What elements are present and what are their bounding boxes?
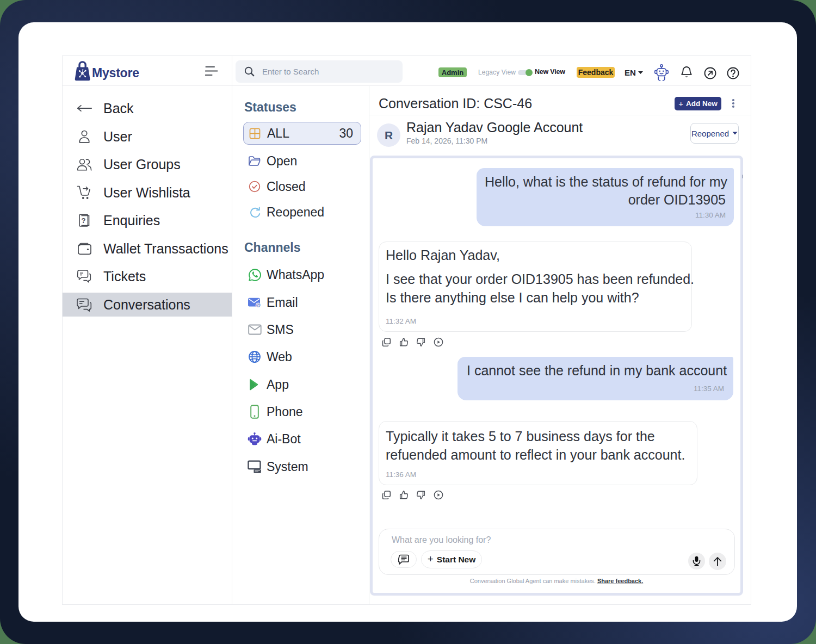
svg-text:?: ?: [81, 216, 85, 224]
svg-text:@: @: [256, 302, 261, 308]
